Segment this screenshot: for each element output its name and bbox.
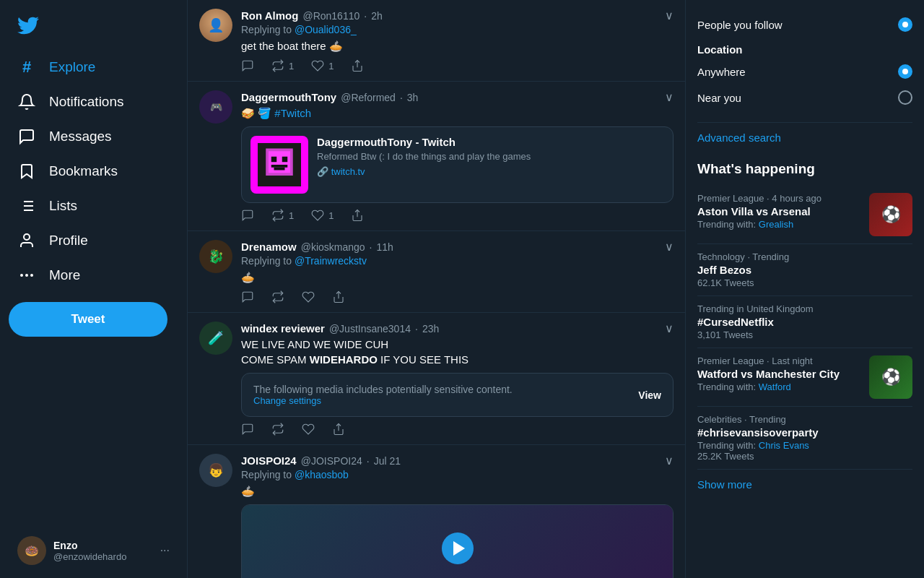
sidebar-item-profile-label: Profile [49,233,88,249]
trend-meta: Celebrities · Trending [697,414,912,425]
trend-meta: Premier League · 4 hours ago [697,193,860,204]
near-you-filter[interactable]: Near you [697,85,912,111]
reply-action[interactable] [241,423,254,436]
twitter-logo [9,6,178,48]
trend-item[interactable]: Trending in United Kingdom #CursedNetfli… [697,296,912,348]
tweet-body: windex reviewer @JustInsane3014 · 23h ∨ … [241,322,674,436]
sidebar-item-messages-label: Messages [49,129,112,144]
share-action[interactable] [351,209,364,222]
tweet-body: Ron Almog @Ron16110 · 2h ∨ Replying to @… [241,9,674,72]
sidebar-item-notifications-label: Notifications [49,94,124,110]
reply-action[interactable] [241,209,254,222]
tweet-options-chevron[interactable]: ∨ [665,9,674,22]
trend-item[interactable]: Premier League · 4 hours ago Aston Villa… [697,186,912,244]
like-action[interactable] [302,423,315,436]
tweet-author-handle: @Reformed [341,92,396,103]
sidebar-item-more[interactable]: More [9,259,178,292]
retweet-action[interactable] [271,423,284,436]
location-label: Location [697,38,912,59]
change-settings-link[interactable]: Change settings [253,395,513,406]
share-action[interactable] [332,423,345,436]
sidebar-user[interactable]: 🍩 Enzo @enzowidehardo ··· [9,529,178,572]
tweet-reply-to: Replying to @Oualid036_ [241,24,674,35]
view-sensitive-button[interactable]: View [638,389,661,401]
tweet-options-chevron[interactable]: ∨ [665,240,674,254]
sidebar-item-profile[interactable]: Profile [9,224,178,257]
share-action[interactable] [351,59,364,72]
near-you-radio[interactable] [898,90,912,105]
tweet-body: JOISPOI24 @JOISPOI24 · Jul 21 ∨ Replying… [241,454,674,578]
play-button-icon[interactable] [442,532,474,564]
messages-icon [17,127,36,146]
tweet-options-chevron[interactable]: ∨ [665,454,674,467]
more-icon [17,266,36,285]
people-you-follow-filter[interactable]: People you follow [697,12,912,38]
sidebar-item-explore[interactable]: # Explore [9,51,178,84]
tweet-button[interactable]: Tweet [9,302,167,337]
trend-name: Watford vs Manchester City [697,368,860,380]
reply-to-handle[interactable]: @Oualid036_ [295,24,357,35]
sidebar-item-lists[interactable]: Lists [9,189,178,223]
advanced-search-link[interactable]: Advanced search [697,123,912,152]
tweet-header: windex reviewer @JustInsane3014 · 23h ∨ [241,322,674,335]
trend-name: #CursedNetflix [697,316,912,328]
trend-item[interactable]: Celebrities · Trending #chrisevansisover… [697,407,912,470]
tweet-text: get the boat there 🥧 [241,38,674,53]
show-more-link[interactable]: Show more [697,470,912,499]
tweet-time: 11h [377,241,393,253]
svg-point-8 [31,275,32,276]
video-thumbnail [242,505,673,578]
reply-to-handle[interactable]: @Trainwreckstv [295,255,367,267]
whats-happening-title: What's happening [697,161,912,177]
retweet-action[interactable]: 1 [271,209,294,222]
share-action[interactable] [332,290,345,303]
like-action[interactable] [302,290,315,303]
trend-name: Jeff Bezos [697,264,912,276]
tweet-time: 23h [422,323,439,335]
retweet-action[interactable] [271,290,284,303]
retweet-action[interactable]: 1 [271,59,294,72]
profile-icon [17,231,36,250]
trend-item[interactable]: Technology · Trending Jeff Bezos 62.1K T… [697,244,912,296]
search-filter-section: People you follow Location Anywhere Near… [697,0,912,123]
sidebar-item-messages[interactable]: Messages [9,120,178,153]
like-action[interactable]: 1 [311,209,334,222]
tweet-text: WE LIVE AND WE WIDE CUH COME SPAM WIDEHA… [241,337,674,367]
reply-action[interactable] [241,290,254,303]
twitch-title: DaggermouthTony - Twitch [317,136,664,148]
twitch-embed[interactable]: DaggermouthTony - Twitch Reformed Btw (:… [241,126,674,203]
tweet-body: DaggermouthTony @Reformed · 3h ∨ 🥪 🪣 #Tw… [241,90,674,222]
reply-to-handle[interactable]: @khaosbob [295,469,349,480]
sensitive-warning-text: The following media includes potentially… [253,384,513,395]
sidebar-item-notifications[interactable]: Notifications [9,85,178,118]
bookmarks-icon [17,162,36,181]
sidebar-item-bookmarks[interactable]: Bookmarks [9,155,178,188]
tweet-author-handle: @kioskmango [301,241,365,253]
trend-item[interactable]: Premier League · Last night Watford vs M… [697,348,912,407]
tweet-author-name: Drenamow [241,241,297,253]
anywhere-filter[interactable]: Anywhere [697,59,912,85]
trend-meta: Technology · Trending [697,251,912,262]
lists-icon [17,197,36,215]
trend-image: ⚽ [869,193,912,236]
tweet-options-chevron[interactable]: ∨ [665,90,674,104]
tweet-card: 🐉 Drenamow @kioskmango · 11h ∨ Replying … [188,231,685,313]
people-you-follow-radio[interactable] [898,17,912,32]
user-handle: @enzowidehardo [53,551,160,562]
tweet-reply-to: Replying to @Trainwreckstv [241,255,674,267]
svg-rect-16 [271,165,288,168]
anywhere-radio[interactable] [898,64,912,79]
user-display-name: Enzo [53,540,160,551]
tweet-header: Drenamow @kioskmango · 11h ∨ [241,240,674,254]
trend-name: Aston Villa vs Arsenal [697,205,860,217]
trend-meta: Premier League · Last night [697,355,860,366]
people-you-follow-label: People you follow [697,19,783,31]
like-action[interactable]: 1 [311,59,334,72]
tweet-options-chevron[interactable]: ∨ [665,322,674,335]
video-embed[interactable]: M37 - Crooks & Criminals (Official Music… [241,504,674,578]
svg-rect-14 [271,157,277,163]
tweet-card: 🎮 DaggermouthTony @Reformed · 3h ∨ 🥪 🪣 #… [188,82,685,231]
tweet-author-name: DaggermouthTony [241,91,336,103]
avatar: 🍩 [17,536,46,565]
reply-action[interactable] [241,59,254,72]
